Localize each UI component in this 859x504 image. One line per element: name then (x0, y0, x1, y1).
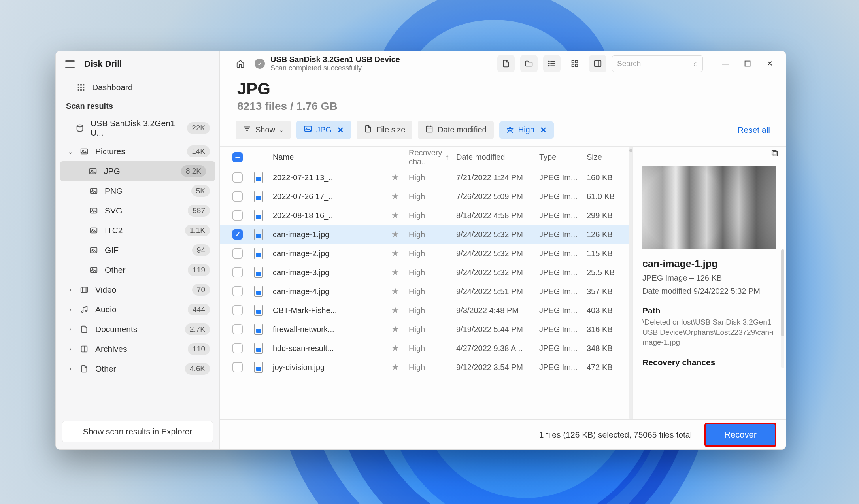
sidebar-item-other[interactable]: Other119 (56, 260, 219, 280)
row-checkbox[interactable] (232, 248, 243, 259)
star-icon[interactable]: ★ (387, 267, 405, 277)
svg-rect-41 (595, 61, 601, 67)
column-size[interactable]: Size (583, 153, 622, 162)
preview-scrollbar[interactable] (781, 249, 784, 368)
column-date[interactable]: Date modified (452, 153, 535, 162)
sidebar-item-gif[interactable]: GIF94 (56, 240, 219, 260)
column-recovery[interactable]: Recovery cha...↑ (405, 148, 452, 166)
sidebar-item-dashboard[interactable]: Dashboard (56, 79, 219, 96)
reset-all-link[interactable]: Reset all (738, 125, 770, 135)
star-icon[interactable]: ★ (387, 191, 405, 202)
sidebar-item-jpg[interactable]: JPG8.2K (60, 161, 215, 181)
row-checkbox[interactable] (232, 267, 243, 277)
list-view-button[interactable] (543, 55, 561, 72)
table-row[interactable]: can-image-1.jpg★High9/24/2022 5:32 PMJPE… (220, 225, 629, 244)
table-row[interactable]: can-image-3.jpg★High9/24/2022 5:32 PMJPE… (220, 263, 629, 282)
cell-type: JPEG Im... (535, 344, 583, 353)
star-icon[interactable]: ★ (387, 172, 405, 183)
minimize-button[interactable]: — (720, 59, 731, 69)
row-checkbox[interactable] (232, 305, 243, 315)
sidebar-item-label: PNG (105, 186, 123, 196)
sidebar-item-svg[interactable]: SVG587 (56, 201, 219, 221)
row-checkbox[interactable] (232, 362, 243, 372)
sidebar-item-device[interactable]: USB SanDisk 3.2Gen1 U... 22K (56, 115, 219, 142)
maximize-button[interactable] (742, 59, 753, 69)
cell-size: 472 KB (583, 363, 622, 372)
cell-name: hdd-scan-result... (269, 344, 387, 353)
row-checkbox[interactable] (232, 229, 243, 240)
cell-name: can-image-3.jpg (269, 268, 387, 277)
star-icon[interactable]: ★ (387, 286, 405, 296)
search-input[interactable]: Search ⌕ (612, 55, 703, 72)
table-row[interactable]: 2022-07-21 13_...★High7/21/2022 1:24 PMJ… (220, 168, 629, 187)
star-icon[interactable]: ★ (387, 210, 405, 221)
column-name[interactable]: Name (269, 153, 387, 162)
star-icon[interactable]: ★ (387, 305, 405, 315)
table-row[interactable]: hdd-scan-result...★High4/27/2022 9:38 A.… (220, 339, 629, 358)
date-filter-button[interactable]: Date modified (418, 121, 493, 139)
sidebar-item-other[interactable]: ›Other4.6K (56, 359, 219, 379)
cell-date: 9/24/2022 5:32 PM (452, 268, 535, 277)
jpg-filter-chip[interactable]: JPG ✕ (296, 121, 351, 139)
table-row[interactable]: CBT-Mark-Fishe...★High9/3/2022 4:48 PMJP… (220, 301, 629, 320)
row-checkbox[interactable] (232, 286, 243, 296)
table-scrollbar[interactable] (629, 147, 632, 419)
grid-view-button[interactable] (566, 55, 583, 72)
close-button[interactable]: ✕ (765, 59, 775, 69)
close-icon[interactable]: ✕ (540, 125, 547, 135)
close-icon[interactable]: ✕ (337, 125, 344, 135)
star-icon[interactable]: ★ (387, 248, 405, 259)
cell-recovery: High (405, 287, 452, 296)
home-button[interactable] (232, 55, 249, 72)
table-row[interactable]: firewall-network...★High9/19/2022 5:44 P… (220, 320, 629, 339)
file-button[interactable] (497, 55, 515, 72)
sidebar-item-archives[interactable]: ›Archives110 (56, 339, 219, 359)
sidebar-item-documents[interactable]: ›Documents2.7K (56, 319, 219, 339)
row-checkbox[interactable] (232, 210, 243, 221)
row-checkbox[interactable] (232, 191, 243, 202)
sidebar-item-png[interactable]: PNG5K (56, 181, 219, 201)
show-filter-button[interactable]: Show ⌄ (236, 121, 291, 139)
sidebar-item-itc2[interactable]: ITC21.1K (56, 221, 219, 240)
folder-button[interactable] (520, 55, 538, 72)
column-type[interactable]: Type (535, 153, 583, 162)
row-checkbox[interactable] (232, 324, 243, 334)
sidebar-item-pictures[interactable]: ⌄ Pictures 14K (56, 142, 219, 161)
select-all-checkbox[interactable] (232, 152, 243, 162)
sidebar-item-video[interactable]: ›Video70 (56, 280, 219, 300)
table-row[interactable]: can-image-4.jpg★High9/24/2022 5:51 PMJPE… (220, 282, 629, 301)
star-icon[interactable]: ★ (387, 343, 405, 353)
sidebar-item-audio[interactable]: ›Audio444 (56, 300, 219, 319)
chevron-right-icon: › (68, 345, 73, 353)
star-icon: ⛤ (506, 125, 514, 134)
star-icon[interactable]: ★ (387, 362, 405, 372)
chevron-right-icon: › (68, 306, 73, 313)
menu-icon[interactable] (65, 60, 75, 68)
sidebar-item-label: Audio (95, 305, 117, 314)
image-icon (89, 245, 98, 255)
row-checkbox[interactable] (232, 343, 243, 353)
table-row[interactable]: 2022-07-26 17_...★High7/26/2022 5:09 PMJ… (220, 187, 629, 206)
star-icon[interactable]: ★ (387, 324, 405, 334)
table-row[interactable]: can-image-2.jpg★High9/24/2022 5:32 PMJPE… (220, 244, 629, 263)
cell-size: 115 KB (583, 249, 622, 258)
cell-date: 7/21/2022 1:24 PM (452, 173, 535, 182)
jpg-file-icon (254, 324, 263, 335)
sidebar-item-label: Other (95, 364, 116, 374)
cell-recovery: High (405, 344, 452, 353)
search-placeholder: Search (617, 59, 641, 68)
device-info: USB SanDisk 3.2Gen1 USB Device Scan comp… (270, 55, 400, 72)
svg-rect-38 (576, 61, 578, 63)
star-icon[interactable]: ★ (387, 229, 405, 240)
sidebar-toggle-button[interactable] (589, 55, 606, 72)
popout-icon[interactable]: ⧉ (771, 147, 778, 159)
svg-rect-49 (427, 126, 432, 132)
file-size-filter-button[interactable]: File size (357, 121, 412, 139)
row-checkbox[interactable] (232, 172, 243, 183)
recover-button[interactable]: Recover (704, 423, 776, 447)
table-row[interactable]: joy-division.jpg★High9/12/2022 3:54 PMJP… (220, 358, 629, 377)
high-filter-chip[interactable]: ⛤ High ✕ (499, 121, 554, 139)
sidebar-badge: 587 (188, 205, 210, 217)
show-in-explorer-button[interactable]: Show scan results in Explorer (62, 421, 213, 442)
table-row[interactable]: 2022-08-18 16_...★High8/18/2022 4:58 PMJ… (220, 206, 629, 225)
